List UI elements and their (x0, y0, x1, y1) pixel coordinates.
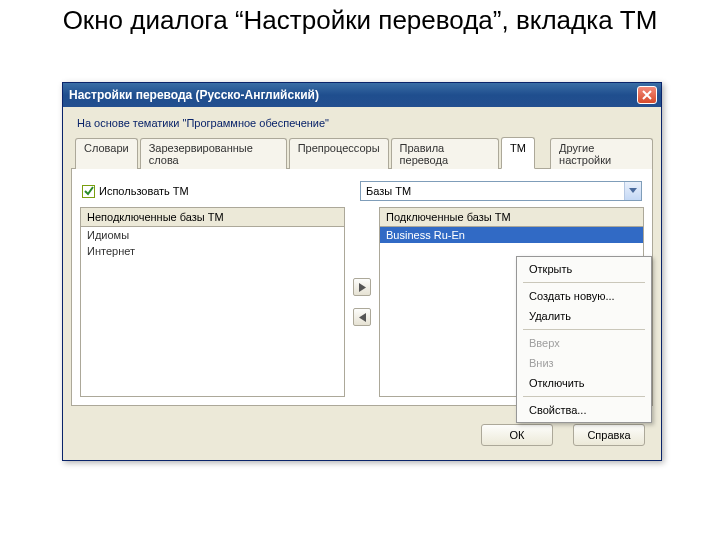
move-right-button[interactable] (353, 278, 371, 296)
tab-dictionaries[interactable]: Словари (75, 138, 138, 169)
tab-tm[interactable]: ТМ (501, 137, 535, 169)
connected-header: Подключенные базы ТМ (379, 207, 644, 227)
list-item[interactable]: Business Ru-En (380, 227, 643, 243)
use-tm-checkbox[interactable] (82, 185, 95, 198)
close-icon (642, 90, 652, 100)
triangle-left-icon (358, 313, 367, 322)
tm-db-dropdown[interactable]: Базы ТМ (360, 181, 642, 201)
check-icon (84, 186, 94, 196)
use-tm-label: Использовать ТМ (99, 185, 189, 197)
list-item[interactable]: Идиомы (81, 227, 344, 243)
titlebar[interactable]: Настройки перевода (Русско-Английский) (63, 83, 661, 107)
slide-title: Окно диалога “Настройки перевода”, вклад… (0, 0, 720, 44)
tab-other-settings[interactable]: Другие настройки (550, 138, 653, 169)
tab-reserved-words[interactable]: Зарезервированные слова (140, 138, 287, 169)
tab-preprocessors[interactable]: Препроцессоры (289, 138, 389, 169)
context-menu: Открыть Создать новую... Удалить Вверх В… (516, 256, 652, 423)
menu-separator (523, 396, 645, 397)
list-item[interactable]: Интернет (81, 243, 344, 259)
window-title: Настройки перевода (Русско-Английский) (67, 88, 637, 102)
menu-up: Вверх (519, 333, 649, 353)
close-button[interactable] (637, 86, 657, 104)
unconnected-header: Неподключенные базы ТМ (80, 207, 345, 227)
menu-delete[interactable]: Удалить (519, 306, 649, 326)
tab-strip: Словари Зарезервированные слова Препроце… (71, 138, 653, 169)
menu-separator (523, 329, 645, 330)
move-left-button[interactable] (353, 308, 371, 326)
menu-disconnect[interactable]: Отключить (519, 373, 649, 393)
dropdown-toggle[interactable] (624, 182, 641, 200)
menu-separator (523, 282, 645, 283)
tab-translation-rules[interactable]: Правила перевода (391, 138, 499, 169)
help-button[interactable]: Справка (573, 424, 645, 446)
chevron-down-icon (629, 188, 637, 194)
triangle-right-icon (358, 283, 367, 292)
theme-subtitle: На основе тематики "Программное обеспече… (63, 107, 661, 137)
menu-open[interactable]: Открыть (519, 259, 649, 279)
menu-properties[interactable]: Свойства... (519, 400, 649, 420)
unconnected-list[interactable]: Идиомы Интернет (80, 227, 345, 397)
menu-down: Вниз (519, 353, 649, 373)
ok-button[interactable]: ОК (481, 424, 553, 446)
tm-db-selected: Базы ТМ (361, 185, 624, 197)
menu-create-new[interactable]: Создать новую... (519, 286, 649, 306)
